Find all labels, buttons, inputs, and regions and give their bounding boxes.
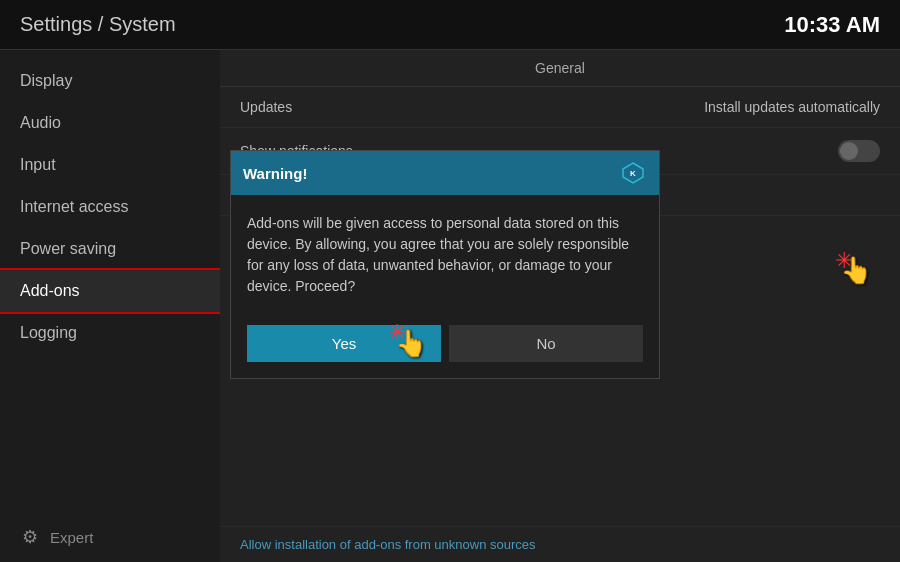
- dialog-header: Warning! K: [231, 151, 659, 195]
- gear-icon: ⚙: [20, 527, 40, 547]
- sidebar-item-add-ons[interactable]: Add-ons: [0, 270, 220, 312]
- expert-label: Expert: [50, 529, 93, 546]
- yes-button[interactable]: Yes: [247, 325, 441, 362]
- dialog-message: Add-ons will be given access to personal…: [247, 215, 629, 294]
- no-button[interactable]: No: [449, 325, 643, 362]
- dialog-title: Warning!: [243, 165, 307, 182]
- sidebar-item-input[interactable]: Input: [0, 144, 220, 186]
- updates-value: Install updates automatically: [704, 99, 880, 115]
- sidebar: Display Audio Input Internet access Powe…: [0, 50, 220, 562]
- svg-text:K: K: [630, 169, 636, 178]
- sidebar-item-power-saving[interactable]: Power saving: [0, 228, 220, 270]
- sidebar-nav: Display Audio Input Internet access Powe…: [0, 60, 220, 354]
- sidebar-item-logging[interactable]: Logging: [0, 312, 220, 354]
- section-header: General: [220, 50, 900, 87]
- page-title: Settings / System: [20, 13, 176, 36]
- header: Settings / System 10:33 AM: [0, 0, 900, 50]
- clock: 10:33 AM: [784, 12, 880, 38]
- sidebar-item-audio[interactable]: Audio: [0, 102, 220, 144]
- dialog-body: Add-ons will be given access to personal…: [231, 195, 659, 315]
- settings-row-updates: Updates Install updates automatically: [220, 87, 900, 128]
- dialog-buttons: Yes No: [231, 315, 659, 378]
- sidebar-item-internet-access[interactable]: Internet access: [0, 186, 220, 228]
- bottom-link[interactable]: Allow installation of add-ons from unkno…: [220, 526, 900, 562]
- sidebar-footer: ⚙ Expert: [0, 512, 220, 562]
- updates-label: Updates: [240, 99, 292, 115]
- sidebar-item-display[interactable]: Display: [0, 60, 220, 102]
- show-notifications-toggle[interactable]: [838, 140, 880, 162]
- warning-dialog: Warning! K Add-ons will be given access …: [230, 150, 660, 379]
- kodi-logo-icon: K: [619, 159, 647, 187]
